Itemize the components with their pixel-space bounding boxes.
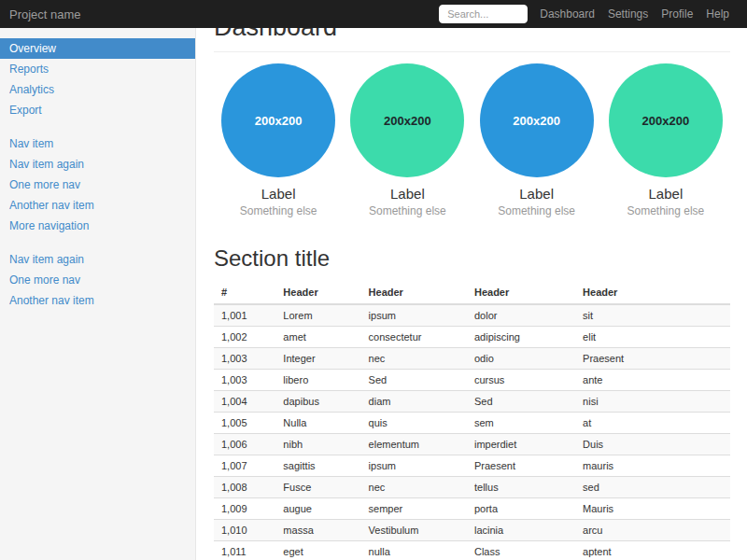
table-cell: Praesent	[575, 348, 730, 370]
table-cell: at	[575, 413, 730, 434]
table-cell: libero	[275, 370, 360, 391]
sidebar-item-another-nav-item[interactable]: Another nav item	[0, 195, 195, 216]
table-cell: Duis	[575, 434, 730, 455]
table-cell: 1,004	[214, 391, 275, 413]
sidebar-item-more-navigation[interactable]: More navigation	[0, 216, 195, 236]
table-cell: mauris	[575, 455, 730, 477]
placeholder-sublabel: Something else	[343, 204, 472, 217]
brand-title[interactable]: Project name	[9, 7, 81, 21]
table-cell: 1,003	[214, 348, 275, 370]
placeholder-circle-image: 200x200	[609, 63, 723, 177]
navbar-link-profile[interactable]: Profile	[655, 7, 699, 21]
table-row: 1,007sagittisipsumPraesentmauris	[214, 455, 730, 477]
navbar-link-help[interactable]: Help	[699, 7, 736, 21]
table-cell: Praesent	[467, 455, 575, 477]
table-cell: Nulla	[275, 413, 360, 434]
table-cell: imperdiet	[467, 434, 575, 455]
placeholder-column: 200x200LabelSomething else	[214, 63, 343, 217]
table-row: 1,003IntegernecodioPraesent	[214, 348, 730, 370]
table-cell: nisi	[575, 391, 730, 413]
table-cell: 1,007	[214, 455, 275, 477]
placeholder-circle-image: 200x200	[480, 63, 594, 177]
table-cell: sed	[575, 477, 730, 498]
table-cell: tellus	[467, 477, 575, 498]
placeholder-sublabel: Something else	[601, 204, 730, 217]
table-cell: cursus	[467, 370, 575, 391]
table-cell: amet	[275, 327, 360, 348]
placeholder-sublabel: Something else	[214, 204, 343, 217]
table-header-cell: Header	[575, 281, 730, 304]
sidebar-nav: OverviewReportsAnalyticsExportNav itemNa…	[0, 38, 195, 311]
table-cell: nulla	[361, 541, 467, 560]
table-row: 1,001Loremipsumdolorsit	[214, 304, 730, 327]
table-cell: augue	[275, 498, 360, 520]
table-cell: Class	[467, 541, 575, 560]
sidebar-item-nav-item[interactable]: Nav item	[0, 133, 195, 154]
table-cell: Integer	[275, 348, 360, 370]
table-row: 1,003liberoSedcursusante	[214, 370, 730, 391]
table-header-row: #HeaderHeaderHeaderHeader	[214, 281, 730, 304]
sidebar-item-another-nav-item[interactable]: Another nav item	[0, 290, 195, 311]
table-cell: 1,001	[214, 304, 275, 327]
table-cell: Sed	[467, 391, 575, 413]
placeholder-column: 200x200LabelSomething else	[601, 63, 730, 217]
table-cell: dapibus	[275, 391, 360, 413]
navbar-link-dashboard[interactable]: Dashboard	[533, 7, 601, 21]
table-cell: odio	[467, 348, 575, 370]
sidebar-item-one-more-nav[interactable]: One more nav	[0, 270, 195, 290]
table-cell: Lorem	[275, 304, 360, 327]
table-cell: elit	[575, 327, 730, 348]
sidebar-group: Nav itemNav item againOne more navAnothe…	[0, 133, 195, 236]
table-cell: 1,003	[214, 370, 275, 391]
table-cell: lacinia	[467, 520, 575, 541]
table-row: 1,010massaVestibulumlaciniaarcu	[214, 520, 730, 541]
table-cell: nec	[361, 477, 467, 498]
placeholder-label: Label	[472, 186, 601, 202]
table-cell: Fusce	[275, 477, 360, 498]
table-cell: dolor	[467, 304, 575, 327]
placeholder-row: 200x200LabelSomething else200x200LabelSo…	[214, 63, 730, 217]
table-row: 1,011egetnullaClassaptent	[214, 541, 730, 560]
table-header-cell: Header	[361, 281, 467, 304]
table-cell: adipiscing	[467, 327, 575, 348]
table-row: 1,008Fuscenectellussed	[214, 477, 730, 498]
table-cell: eget	[275, 541, 360, 560]
table-cell: massa	[275, 520, 360, 541]
sidebar-item-one-more-nav[interactable]: One more nav	[0, 175, 195, 195]
table-cell: 1,006	[214, 434, 275, 455]
sidebar-item-analytics[interactable]: Analytics	[0, 79, 195, 100]
placeholder-circle-image: 200x200	[350, 63, 464, 177]
table-cell: 1,010	[214, 520, 275, 541]
table-cell: consectetur	[361, 327, 467, 348]
table-cell: ante	[575, 370, 730, 391]
table-header-cell: #	[214, 281, 275, 304]
table-row: 1,005Nullaquissemat	[214, 413, 730, 434]
placeholder-label: Label	[601, 186, 730, 202]
placeholder-column: 200x200LabelSomething else	[472, 63, 601, 217]
navbar-link-settings[interactable]: Settings	[601, 7, 655, 21]
sidebar-group: OverviewReportsAnalyticsExport	[0, 38, 195, 120]
table-cell: aptent	[575, 541, 730, 560]
table-cell: semper	[361, 498, 467, 520]
sidebar-item-nav-item-again[interactable]: Nav item again	[0, 154, 195, 175]
table-body: 1,001Loremipsumdolorsit1,002ametconsecte…	[214, 304, 730, 560]
table-cell: arcu	[575, 520, 730, 541]
sidebar-item-nav-item-again[interactable]: Nav item again	[0, 249, 195, 270]
table-row: 1,006nibhelementumimperdietDuis	[214, 434, 730, 455]
navbar-links: DashboardSettingsProfileHelp	[533, 0, 736, 28]
table-row: 1,002ametconsecteturadipiscingelit	[214, 327, 730, 348]
table-cell: 1,002	[214, 327, 275, 348]
table-cell: sagittis	[275, 455, 360, 477]
main-content: Dashboard 200x200LabelSomething else200x…	[197, 13, 747, 560]
placeholder-sublabel: Something else	[472, 204, 601, 217]
sidebar-item-overview[interactable]: Overview	[0, 38, 195, 59]
placeholder-label: Label	[214, 186, 343, 202]
table-header-cell: Header	[467, 281, 575, 304]
search-input[interactable]	[439, 5, 528, 23]
table-row: 1,004dapibusdiamSednisi	[214, 391, 730, 413]
data-table: #HeaderHeaderHeaderHeader 1,001Loremipsu…	[214, 281, 730, 560]
sidebar-item-export[interactable]: Export	[0, 100, 195, 120]
navbar-right: DashboardSettingsProfileHelp	[439, 0, 736, 28]
table-cell: Sed	[361, 370, 467, 391]
sidebar-item-reports[interactable]: Reports	[0, 59, 195, 79]
